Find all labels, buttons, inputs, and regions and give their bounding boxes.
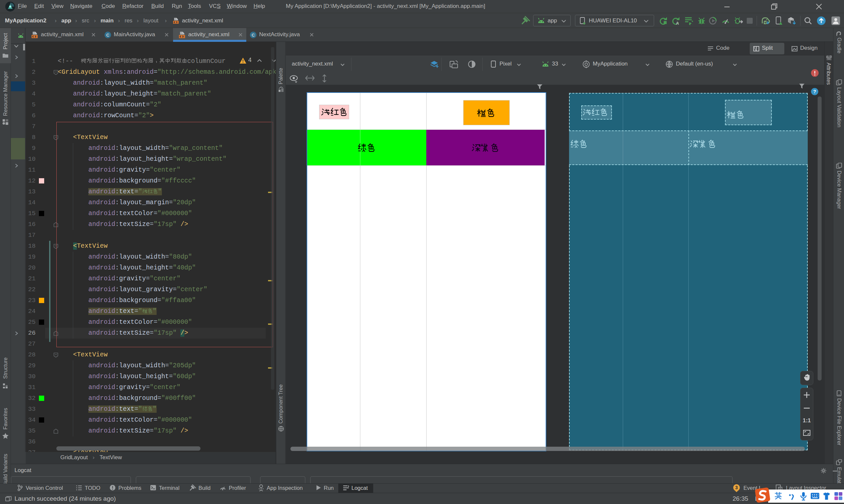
svg-text:C: C [106,33,109,38]
svg-text:C: C [252,33,255,38]
svg-text:?: ? [813,89,816,94]
svg-text:3: 3 [735,485,738,490]
svg-text:A: A [676,21,679,25]
